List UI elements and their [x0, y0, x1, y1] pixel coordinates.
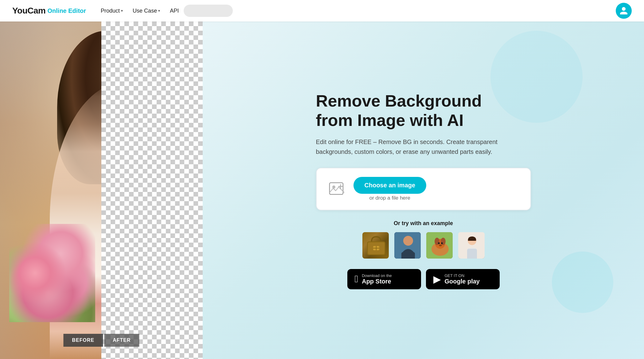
google-play-sub: GET IT ON: [445, 273, 480, 278]
examples-label: Or try with an example: [316, 220, 531, 227]
google-play-text: GET IT ON Google play: [445, 273, 480, 285]
bag-thumbnail: [362, 232, 389, 259]
nav-api[interactable]: API: [170, 8, 179, 14]
choose-image-button[interactable]: Choose an image: [353, 177, 427, 194]
before-after-controls: BEFORE AFTER: [64, 334, 139, 347]
user-icon: [619, 6, 628, 15]
chevron-down-icon: ▾: [158, 9, 160, 13]
example-thumb-man[interactable]: [394, 232, 421, 259]
svg-rect-24: [467, 249, 477, 259]
page-headline: Remove Background from Image with AI: [316, 91, 531, 129]
user-avatar[interactable]: [616, 3, 632, 19]
apple-icon: : [355, 273, 358, 285]
example-thumb-woman[interactable]: [458, 232, 485, 259]
example-thumb-dog[interactable]: [426, 232, 453, 259]
logo-editor: Online Editor: [48, 7, 86, 14]
man-thumbnail: [394, 232, 421, 259]
logo-youcam: YouCam: [12, 6, 46, 16]
before-button[interactable]: BEFORE: [64, 334, 103, 347]
bg-decoration-2: [552, 252, 613, 313]
upload-cta: Choose an image or drop a file here: [353, 177, 427, 201]
image-panel: BEFORE AFTER: [0, 21, 203, 359]
dog-thumbnail: [426, 232, 453, 259]
right-content: Remove Background from Image with AI Edi…: [316, 91, 531, 289]
examples-section: Or try with an example: [316, 220, 531, 259]
google-play-button[interactable]: ▶ GET IT ON Google play: [426, 269, 500, 289]
svg-point-20: [439, 244, 442, 246]
svg-rect-12: [401, 252, 415, 259]
app-store-buttons:  Download on the App Store ▶ GET IT ON …: [316, 269, 531, 289]
headline-line1: Remove Background: [316, 92, 482, 110]
upload-area[interactable]: Choose an image or drop a file here: [316, 168, 531, 210]
nav-product[interactable]: Product ▾: [101, 8, 123, 14]
example-thumb-bag[interactable]: [362, 232, 389, 259]
search-input[interactable]: [184, 5, 233, 17]
navbar-nav: Product ▾ Use Case ▾ API: [101, 8, 179, 14]
app-store-main: App Store: [362, 278, 392, 285]
google-play-main: Google play: [445, 278, 480, 285]
google-play-icon: ▶: [433, 273, 441, 285]
navbar: YouCam Online Editor Product ▾ Use Case …: [0, 0, 644, 21]
image-upload-icon: [329, 181, 345, 197]
upload-icon-wrap: [328, 180, 346, 198]
logo-link[interactable]: YouCam Online Editor: [12, 6, 86, 16]
app-store-text: Download on the App Store: [362, 273, 392, 285]
transparent-area: [101, 21, 203, 359]
examples-grid: [316, 232, 531, 259]
chevron-down-icon: ▾: [121, 9, 123, 13]
svg-point-10: [403, 236, 413, 246]
headline-line2: from Image with AI: [316, 111, 464, 129]
nav-product-label: Product: [101, 8, 120, 14]
flowers-visual: [9, 224, 95, 322]
svg-rect-0: [330, 183, 343, 194]
hero-subtext: Edit online for FREE – Remove BG in seco…: [316, 137, 531, 157]
after-button[interactable]: AFTER: [104, 334, 139, 347]
right-panel: Remove Background from Image with AI Edi…: [203, 21, 644, 359]
woman-thumbnail: [458, 232, 485, 259]
svg-point-18: [438, 242, 440, 244]
svg-point-1: [332, 185, 335, 189]
nav-use-case[interactable]: Use Case ▾: [133, 8, 160, 14]
app-store-sub: Download on the: [362, 273, 392, 278]
svg-point-19: [441, 242, 443, 244]
app-store-button[interactable]:  Download on the App Store: [347, 269, 421, 289]
drop-label: or drop a file here: [353, 195, 427, 201]
nav-use-case-label: Use Case: [133, 8, 157, 14]
main-content: BEFORE AFTER Remove Background from Imag…: [0, 21, 644, 359]
